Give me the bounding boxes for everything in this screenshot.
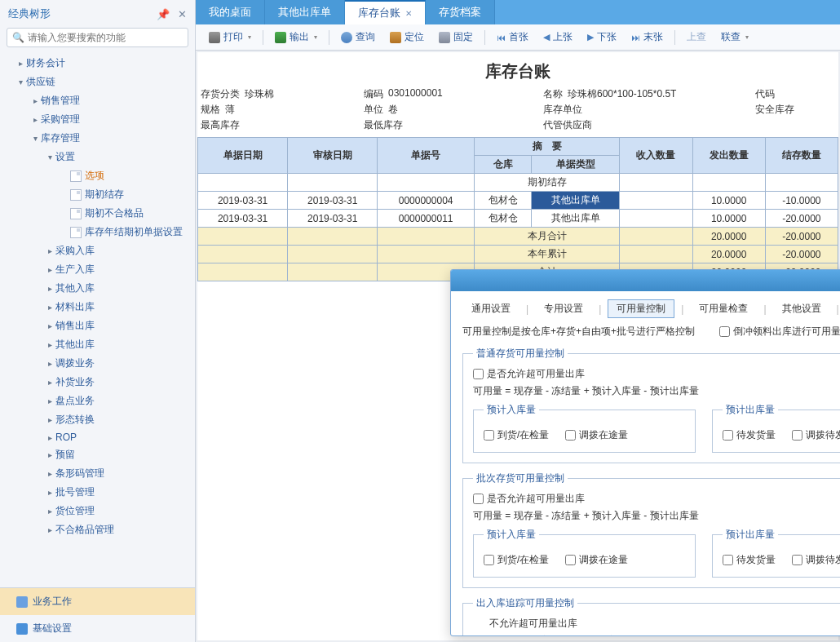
chk-toship-1[interactable]: 待发货量 bbox=[723, 428, 776, 442]
reverse-checkbox[interactable]: 倒冲领料出库进行可用量控制 bbox=[719, 325, 840, 339]
tab-avail-check[interactable]: 可用量检查 bbox=[690, 299, 757, 318]
chk-arrive-1[interactable]: 到货/在检量 bbox=[484, 428, 549, 442]
tab-avail-ctrl[interactable]: 可用量控制 bbox=[608, 299, 674, 318]
chk-transfer-in-2[interactable]: 调拨在途量 bbox=[565, 553, 628, 567]
separator bbox=[484, 30, 485, 45]
lock-button[interactable]: 固定 bbox=[432, 28, 480, 46]
tree-item[interactable]: 选项 bbox=[0, 166, 195, 185]
prev-button[interactable]: ◀上张 bbox=[537, 28, 579, 46]
tree-item-label: 材料出库 bbox=[55, 300, 95, 314]
col-in-qty[interactable]: 收入数量 bbox=[620, 138, 692, 174]
printer-icon bbox=[209, 32, 220, 43]
search-box[interactable]: 🔍 bbox=[7, 28, 188, 47]
allow-over-2[interactable]: 是否允许超可用量出库 bbox=[473, 492, 840, 506]
close-icon[interactable]: ✕ bbox=[405, 9, 412, 18]
table-row[interactable]: 本年累计20.0000-20.0000 bbox=[198, 246, 838, 263]
tree-item[interactable]: 补货业务 bbox=[0, 373, 195, 392]
tree-item[interactable]: 采购入库 bbox=[0, 241, 195, 260]
link-query-button[interactable]: 联查▾ bbox=[714, 28, 755, 46]
tree-item[interactable]: ROP bbox=[0, 429, 195, 445]
chk-transfer-in-1[interactable]: 调拨在途量 bbox=[565, 428, 628, 442]
tab-other[interactable]: 其他设置 bbox=[773, 299, 830, 318]
tree-item[interactable]: 盘点业务 bbox=[0, 392, 195, 410]
caret-icon bbox=[44, 246, 55, 255]
last-button[interactable]: ⏭末张 bbox=[625, 28, 670, 46]
up-query-button[interactable]: 上查 bbox=[680, 28, 713, 46]
tree-item[interactable]: 其他出库 bbox=[0, 335, 195, 354]
tree-item[interactable]: 货位管理 bbox=[0, 502, 195, 520]
tree-item[interactable]: 批号管理 bbox=[0, 483, 195, 502]
table-row[interactable]: 2019-03-312019-03-310000000011包材仓其他出库单10… bbox=[198, 210, 838, 228]
tree-item[interactable]: 供应链 bbox=[0, 73, 195, 91]
col-out-qty[interactable]: 发出数量 bbox=[692, 138, 765, 174]
tree-item[interactable]: 财务会计 bbox=[0, 54, 195, 73]
pin-icon[interactable]: 📌 bbox=[157, 8, 170, 20]
tree-item-label: 其他入库 bbox=[55, 281, 95, 295]
col-warehouse[interactable]: 仓库 bbox=[474, 156, 531, 174]
tree-item[interactable]: 设置 bbox=[0, 148, 195, 166]
tree-item[interactable]: 库存年结期初单据设置 bbox=[0, 223, 195, 241]
tree-item[interactable]: 销售管理 bbox=[0, 91, 195, 110]
tab-special[interactable]: 专用设置 bbox=[535, 299, 592, 318]
col-doc-date[interactable]: 单据日期 bbox=[198, 138, 288, 174]
sidebar: 经典树形 📌 ✕ 🔍 财务会计供应链销售管理采购管理库存管理设置选项期初结存期初… bbox=[0, 0, 196, 642]
search-input[interactable] bbox=[28, 32, 183, 43]
caret-icon bbox=[15, 77, 26, 86]
tree-item[interactable]: 其他入库 bbox=[0, 279, 195, 298]
tab[interactable]: 我的桌面 bbox=[196, 0, 265, 24]
tab[interactable]: 库存台账✕ bbox=[345, 0, 426, 24]
col-doc-no[interactable]: 单据号 bbox=[378, 138, 475, 174]
tree-item[interactable]: 库存管理 bbox=[0, 129, 195, 148]
allow-over-1[interactable]: 是否允许超可用量出库 bbox=[473, 367, 840, 381]
tree-item[interactable]: 采购管理 bbox=[0, 110, 195, 129]
bottom-tab-basic[interactable]: 基础设置 bbox=[0, 615, 195, 642]
caret-icon bbox=[29, 134, 41, 143]
caret-icon bbox=[29, 115, 41, 124]
tree-item[interactable]: 材料出库 bbox=[0, 298, 195, 317]
col-audit-date[interactable]: 审核日期 bbox=[288, 138, 378, 174]
locate-button[interactable]: 定位 bbox=[383, 28, 431, 46]
chk-arrive-2[interactable]: 到货/在检量 bbox=[484, 553, 549, 567]
caret-icon bbox=[44, 265, 55, 274]
table-row[interactable]: 本月合计20.0000-20.0000 bbox=[198, 228, 838, 246]
tree-item[interactable]: 形态转换 bbox=[0, 410, 195, 429]
separator bbox=[263, 30, 263, 45]
first-icon: ⏮ bbox=[497, 33, 506, 42]
col-stock-qty[interactable]: 结存数量 bbox=[765, 138, 838, 174]
tree-item[interactable]: 不合格品管理 bbox=[0, 520, 195, 539]
tree-item[interactable]: 调拨业务 bbox=[0, 354, 195, 373]
caret-icon bbox=[44, 340, 55, 349]
separator bbox=[329, 30, 329, 45]
close-sidebar-icon[interactable]: ✕ bbox=[178, 8, 187, 20]
tree-item[interactable]: 销售出库 bbox=[0, 317, 195, 335]
tree-item[interactable]: 期初结存 bbox=[0, 185, 195, 204]
tree-item-label: 货位管理 bbox=[55, 504, 95, 518]
tab[interactable]: 其他出库单 bbox=[265, 0, 345, 24]
tree-item-label: 销售管理 bbox=[41, 94, 80, 108]
next-button[interactable]: ▶下张 bbox=[581, 28, 623, 46]
bottom-tab-work[interactable]: 业务工作 bbox=[0, 588, 195, 615]
tree-item-label: 财务会计 bbox=[26, 56, 65, 70]
table-row[interactable]: 期初结存 bbox=[198, 174, 838, 192]
tree-item[interactable]: 预留 bbox=[0, 445, 195, 464]
chk-toship-2[interactable]: 待发货量 bbox=[723, 553, 776, 567]
no-over-text: 不允许超可用量出库 bbox=[489, 617, 840, 631]
print-button[interactable]: 打印▾ bbox=[202, 28, 258, 46]
tree-item[interactable]: 生产入库 bbox=[0, 260, 195, 279]
dialog-titlebar[interactable]: ✕ bbox=[451, 270, 840, 291]
tab-general[interactable]: 通用设置 bbox=[462, 299, 519, 318]
export-button[interactable]: 输出▾ bbox=[268, 28, 324, 46]
tree-item[interactable]: 条形码管理 bbox=[0, 464, 195, 483]
col-doc-type[interactable]: 单据类型 bbox=[532, 156, 620, 174]
first-button[interactable]: ⏮首张 bbox=[490, 28, 535, 46]
col-digest[interactable]: 摘 要 bbox=[474, 138, 619, 156]
sidebar-title: 经典树形 bbox=[8, 7, 51, 21]
chk-transfer-out-2[interactable]: 调拨待发量 bbox=[792, 553, 841, 567]
tab[interactable]: 存货档案 bbox=[426, 0, 495, 24]
chk-transfer-out-1[interactable]: 调拨待发量 bbox=[792, 428, 841, 442]
tree-item[interactable]: 期初不合格品 bbox=[0, 204, 195, 223]
lock-icon bbox=[439, 32, 450, 43]
caret-icon bbox=[44, 303, 55, 312]
query-button[interactable]: 查询 bbox=[334, 28, 382, 46]
table-row[interactable]: 2019-03-312019-03-310000000004包材仓其他出库单10… bbox=[198, 192, 838, 210]
